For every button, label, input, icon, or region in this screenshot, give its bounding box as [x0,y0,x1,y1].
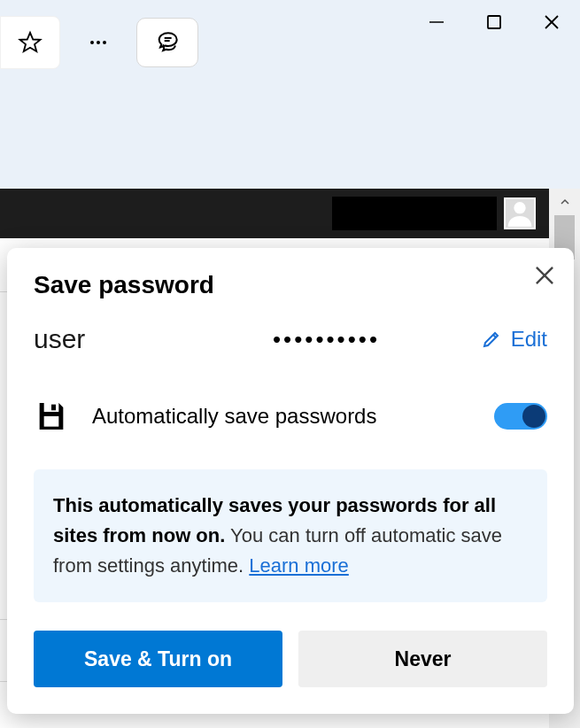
learn-more-link[interactable]: Learn more [249,554,349,577]
save-turn-on-button[interactable]: Save & Turn on [34,631,282,687]
auto-save-label: Automatically save passwords [92,404,471,429]
avatar[interactable] [504,197,536,229]
edit-button[interactable]: Edit [481,327,547,352]
svg-line-13 [493,335,496,337]
credentials-row: user •••••••••• Edit [34,324,547,354]
dialog-close-button[interactable] [533,264,556,290]
username-value: user [34,324,273,354]
more-button[interactable] [76,20,120,65]
dialog-button-row: Save & Turn on Never [34,631,547,687]
auto-save-toggle[interactable] [494,403,547,430]
svg-rect-7 [488,16,500,28]
svg-point-10 [514,202,525,213]
save-disk-icon [34,399,69,434]
ellipsis-icon [88,32,109,53]
maximize-icon [486,14,502,30]
favorite-button[interactable] [0,16,60,69]
toggle-knob [522,405,545,428]
auto-save-row: Automatically save passwords [34,399,547,434]
svg-point-3 [103,41,106,44]
svg-point-2 [97,41,100,44]
window-title-bar [407,0,580,44]
close-icon [533,264,556,287]
chat-button[interactable] [136,18,198,67]
chat-icon [153,28,182,57]
browser-chrome-top [0,0,580,189]
svg-marker-0 [20,33,41,51]
save-password-dialog: Save password user •••••••••• Edit Autom… [7,248,574,714]
never-button[interactable]: Never [298,631,547,687]
dialog-title: Save password [34,271,547,299]
scroll-up-button[interactable] [549,189,580,215]
minimize-icon [429,14,445,30]
info-message: This automatically saves your passwords … [34,469,547,602]
window-minimize-button[interactable] [407,0,465,44]
page-header-bar [0,189,549,238]
redacted-region [332,197,497,230]
password-mask: •••••••••• [273,326,481,353]
star-icon [18,30,43,55]
pencil-icon [481,329,502,350]
edit-label: Edit [511,327,547,352]
chevron-up-icon [560,197,570,207]
close-icon [543,13,561,31]
window-close-button[interactable] [522,0,580,44]
window-maximize-button[interactable] [465,0,522,44]
svg-rect-16 [44,416,59,427]
svg-point-1 [90,41,94,44]
person-icon [506,197,534,228]
svg-rect-15 [51,405,56,411]
address-bar-icons [0,16,198,69]
